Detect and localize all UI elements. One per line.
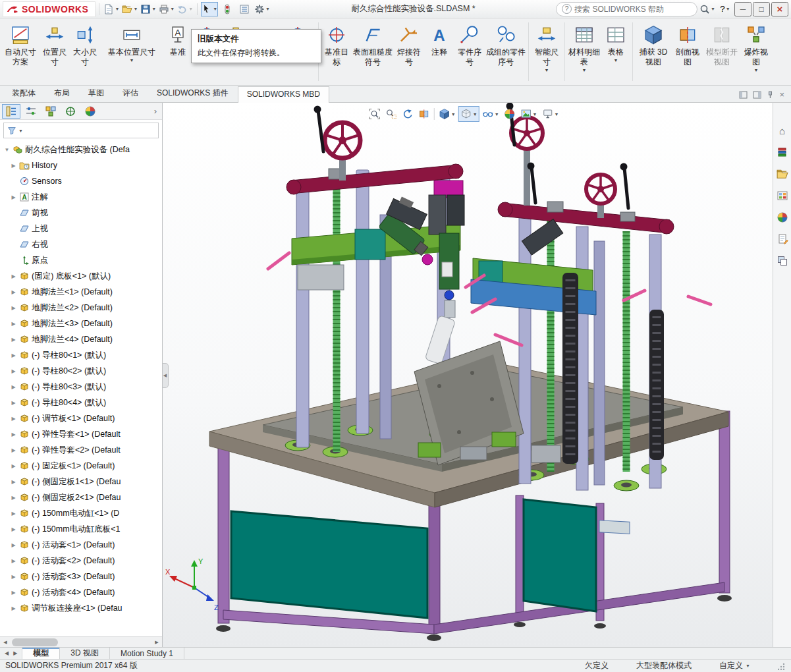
tab-sketch[interactable]: 草图 bbox=[79, 84, 113, 102]
expand-arrow-icon[interactable]: ▶ bbox=[10, 305, 17, 311]
ribbon-button-weld-symbol[interactable]: 焊接符号 bbox=[393, 18, 425, 85]
filter-dropdown-icon[interactable]: ▼ bbox=[18, 128, 23, 133]
ribbon-button-location-dimension[interactable]: 位置尺寸 bbox=[40, 18, 70, 85]
dropdown-arrow-icon[interactable]: ▼ bbox=[582, 68, 587, 72]
ribbon-button-datum[interactable]: 基准 bbox=[163, 18, 192, 85]
expand-arrow-icon[interactable]: ▶ bbox=[10, 479, 17, 485]
tree-item-component[interactable]: ▶ (-) 活动套<3> (Default) bbox=[2, 569, 162, 584]
expand-arrow-icon[interactable]: ▶ bbox=[10, 384, 17, 390]
scroll-right-icon[interactable]: ▶ bbox=[151, 637, 162, 648]
dropdown-arrow-icon[interactable]: ▼ bbox=[726, 7, 730, 11]
file-explorer-button[interactable] bbox=[775, 166, 790, 182]
expand-arrow-icon[interactable]: ▶ bbox=[10, 526, 17, 532]
dropdown-arrow-icon[interactable]: ▼ bbox=[614, 58, 618, 63]
search-box[interactable]: ? bbox=[556, 2, 697, 16]
new-document-button[interactable]: ▼ bbox=[103, 2, 120, 16]
expand-arrow-icon[interactable]: ▶ bbox=[10, 463, 17, 469]
save-button[interactable]: ▼ bbox=[140, 2, 157, 16]
tab-dimxpertmanager[interactable] bbox=[61, 104, 80, 119]
pane-right-icon[interactable] bbox=[753, 91, 761, 99]
ribbon-button-auto-dimension-scheme[interactable]: 自动尺寸方案 bbox=[1, 18, 40, 85]
minimize-button[interactable]: ─ bbox=[734, 2, 751, 16]
options-button[interactable]: ▼ bbox=[254, 2, 271, 16]
tree-item-front-plane[interactable]: 前视 bbox=[2, 205, 162, 221]
dropdown-arrow-icon[interactable]: ▼ bbox=[213, 7, 217, 11]
tree-item-component[interactable]: ▶ (-) 150mm电动缸<1> (D bbox=[2, 505, 162, 521]
expand-arrow-icon[interactable]: ▼ bbox=[3, 147, 11, 153]
forum-button[interactable] bbox=[775, 253, 790, 269]
search-go-button[interactable]: ▼ bbox=[699, 2, 716, 16]
expand-arrow-icon[interactable]: ▶ bbox=[10, 337, 17, 343]
expand-arrow-icon[interactable]: ▶ bbox=[10, 432, 17, 437]
tab-solidworks-mbd[interactable]: SOLIDWORKS MBD bbox=[238, 86, 329, 103]
pin-icon[interactable] bbox=[767, 91, 774, 99]
open-button[interactable]: ▼ bbox=[121, 2, 138, 16]
expand-arrow-icon[interactable]: ▶ bbox=[10, 273, 17, 279]
dropdown-arrow-icon[interactable]: ▼ bbox=[130, 58, 134, 63]
ribbon-button-capture-3d-view[interactable]: 捕获 3D 视图 bbox=[635, 18, 672, 85]
dropdown-arrow-icon[interactable]: ▼ bbox=[170, 7, 175, 11]
expand-arrow-icon[interactable]: ▶ bbox=[10, 558, 17, 564]
tree-item-component[interactable]: ▶ (-) 调节板<1> (Default) bbox=[2, 410, 162, 426]
tree-item-component[interactable]: ▶ (-) 导柱80<3> (默认) bbox=[2, 379, 162, 395]
custom-properties-button[interactable] bbox=[775, 231, 790, 247]
tab-motion-study-1[interactable]: Motion Study 1 bbox=[110, 648, 184, 659]
expand-arrow-icon[interactable]: ▶ bbox=[10, 194, 17, 200]
tree-item-right-plane[interactable]: 右视 bbox=[2, 237, 162, 252]
tab-displaymanager[interactable] bbox=[81, 104, 99, 119]
tree-item-component[interactable]: ▶ 地脚法兰<3> (Default) bbox=[2, 316, 162, 331]
tab-scroll-left-icon[interactable]: ◀ bbox=[3, 650, 11, 656]
ribbon-button-note[interactable]: 注释 bbox=[425, 18, 454, 85]
expand-arrow-icon[interactable]: ▶ bbox=[10, 163, 17, 169]
expand-arrow-icon[interactable]: ▶ bbox=[10, 574, 17, 580]
expand-arrow-icon[interactable]: ▶ bbox=[10, 511, 17, 517]
ribbon-button-auto-balloon[interactable]: 成组的零件序号 bbox=[485, 18, 526, 85]
expand-arrow-icon[interactable]: ▶ bbox=[10, 321, 17, 327]
tab-propertymanager[interactable] bbox=[22, 104, 40, 119]
tab-scroll-right-icon[interactable]: ▶ bbox=[11, 650, 19, 656]
tree-item-component[interactable]: ▶ (-) 活动套<1> (Default) bbox=[2, 537, 162, 553]
expand-arrow-icon[interactable]: ▶ bbox=[10, 447, 17, 453]
tab-featuremanager[interactable] bbox=[2, 104, 20, 119]
ribbon-button-balloon[interactable]: 零件序号 bbox=[454, 18, 485, 85]
tree-item-sensors[interactable]: Sensors bbox=[2, 173, 162, 189]
app-logo[interactable]: SOLIDWORKS bbox=[3, 1, 95, 17]
appearances-button[interactable] bbox=[775, 210, 790, 225]
apply-scene-button[interactable]: ▼ bbox=[518, 106, 539, 122]
tree-item-root[interactable]: ▼ 耐久综合性能实验设备 (Defa bbox=[2, 142, 162, 157]
design-library-button[interactable] bbox=[775, 144, 790, 160]
dropdown-arrow-icon[interactable]: ▼ bbox=[746, 663, 750, 668]
ribbon-button-model-break-view[interactable]: 模型断开视图 bbox=[703, 18, 740, 85]
dropdown-arrow-icon[interactable]: ▼ bbox=[711, 7, 715, 11]
tree-item-component[interactable]: ▶ (-) 弹性导套<2> (Default bbox=[2, 442, 162, 458]
section-view-button[interactable] bbox=[416, 106, 432, 122]
tree-item-component[interactable]: ▶ (-) 活动套<4> (Default) bbox=[2, 584, 162, 600]
custom-dropdown[interactable]: 自定义 ▼ bbox=[719, 660, 750, 671]
ribbon-button-basic-location-dimension[interactable]: 基本位置尺寸 ▼ bbox=[100, 18, 163, 85]
ribbon-button-section-view[interactable]: 剖面视图 bbox=[672, 18, 703, 85]
home-button[interactable]: ⌂ bbox=[775, 123, 790, 138]
tree-item-component[interactable]: ▶ (-) 导柱80<1> (默认) bbox=[2, 347, 162, 363]
graphics-viewport[interactable]: X Y Z bbox=[163, 103, 773, 647]
ribbon-button-smart-dimension[interactable]: 智能尺寸 ▼ bbox=[531, 18, 562, 85]
tree-filter[interactable]: ▼ bbox=[3, 123, 159, 138]
display-style-button[interactable]: ▼ bbox=[458, 106, 479, 122]
expand-arrow-icon[interactable]: ▶ bbox=[10, 416, 17, 422]
dropdown-arrow-icon[interactable]: ▼ bbox=[133, 7, 138, 11]
tab-addins[interactable]: SOLIDWORKS 插件 bbox=[148, 84, 238, 102]
tree-item-component[interactable]: ▶ (-) 侧固定板2<1> (Defau bbox=[2, 490, 162, 505]
close-button[interactable]: × bbox=[771, 2, 788, 16]
model-canvas[interactable]: X Y Z bbox=[163, 103, 773, 647]
select-tool-button[interactable]: ▼ bbox=[201, 2, 218, 16]
zoom-area-button[interactable] bbox=[383, 106, 399, 122]
view-palette-button[interactable] bbox=[775, 188, 790, 204]
ribbon-button-surface-finish[interactable]: 表面粗糙度符号 bbox=[352, 18, 393, 85]
view-orientation-button[interactable]: ▼ bbox=[437, 106, 458, 122]
tab-evaluate[interactable]: 评估 bbox=[113, 84, 148, 102]
expand-arrow-icon[interactable]: ▶ bbox=[10, 289, 17, 295]
undo-button[interactable]: ▼ bbox=[177, 2, 194, 16]
dropdown-arrow-icon[interactable]: ▼ bbox=[451, 112, 456, 117]
tab-model[interactable]: 模型 bbox=[22, 648, 60, 659]
dropdown-arrow-icon[interactable]: ▼ bbox=[533, 112, 537, 117]
tree-item-component[interactable]: ▶ (-) 活动套<2> (Default) bbox=[2, 553, 162, 569]
